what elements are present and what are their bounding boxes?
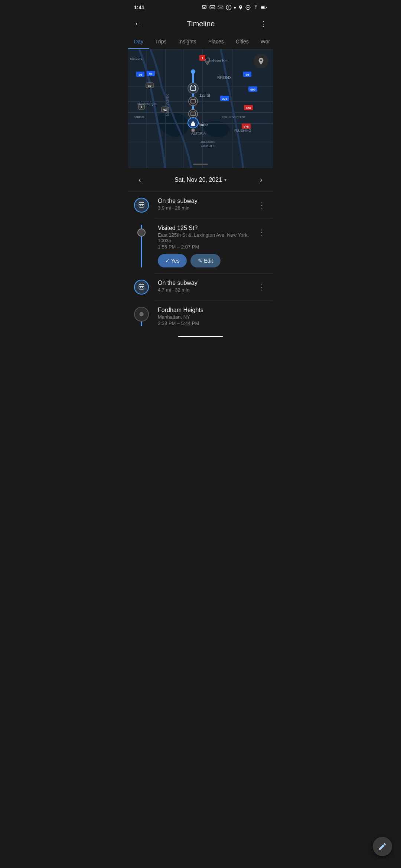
subway-icon-1 (134, 198, 149, 213)
fordham-time: 2:38 PM – 5:44 PM (158, 320, 267, 326)
svg-text:9: 9 (141, 106, 143, 109)
svg-text:HEIGHTS: HEIGHTS (201, 145, 215, 148)
svg-text:278: 278 (222, 97, 227, 101)
svg-rect-8 (266, 7, 267, 8)
svg-text:1: 1 (201, 56, 203, 60)
timeline-item-visited: Visited 125 St? East 125th St &, Lexingt… (128, 219, 273, 273)
timeline-left-1 (128, 198, 155, 213)
map[interactable]: 95 93 63 9 9A 95 278 695 678 678 1 NEW Y… (128, 49, 273, 168)
action-buttons: ✓ Yes ✎ Edit (158, 254, 257, 267)
svg-text:95: 95 (246, 73, 249, 76)
svg-text:BRONX: BRONX (217, 75, 232, 80)
tab-insights[interactable]: Insights (173, 34, 202, 49)
svg-text:678: 678 (246, 106, 251, 110)
battery-icon (261, 5, 267, 10)
status-time: 1:41 (134, 4, 144, 10)
tab-day[interactable]: Day (128, 34, 149, 49)
date-navigation: ‹ Sat, Nov 20, 2021 ▾ › (128, 168, 273, 192)
dot-icon (134, 307, 149, 322)
subway-1-title: On the subway (158, 198, 257, 204)
svg-point-65 (189, 109, 198, 118)
gmail-icon (218, 4, 224, 10)
svg-point-57 (188, 83, 198, 93)
timeline-content-subway-2: On the subway 4.7 mi · 32 min (155, 280, 257, 295)
svg-text:678: 678 (244, 125, 249, 128)
more-options-subway-2[interactable]: ⋮ (257, 283, 267, 292)
svg-text:695: 695 (250, 88, 255, 91)
timeline-more-1: ⋮ (257, 198, 267, 213)
svg-text:93: 93 (149, 72, 153, 76)
timeline-left-2 (128, 225, 155, 267)
fordham-location: Manhattan, NY (158, 314, 267, 320)
location-icon (238, 5, 243, 10)
timeline-item-subway-2: On the subway 4.7 mi · 32 min ⋮ (128, 274, 273, 300)
more-options-visited[interactable]: ⋮ (257, 228, 267, 237)
yes-button[interactable]: ✓ Yes (158, 254, 187, 267)
fordham-title: Fordham Heights (158, 307, 267, 313)
more-options-subway-1[interactable]: ⋮ (257, 201, 267, 210)
tab-cities[interactable]: Cities (230, 34, 255, 49)
wifi-icon (253, 5, 259, 10)
svg-rect-78 (139, 285, 144, 289)
svg-text:63: 63 (148, 84, 151, 88)
svg-rect-1 (210, 6, 215, 9)
page-title: Timeline (145, 20, 257, 28)
svg-text:JACKSON: JACKSON (200, 140, 215, 144)
svg-text:FLUSHING: FLUSHING (234, 129, 251, 132)
svg-text:eterboro: eterboro (130, 57, 143, 60)
stop-icon (137, 228, 146, 237)
dot-indicator (234, 7, 236, 9)
date-display: Sat, Nov 20, 2021 (175, 177, 222, 183)
svg-text:NEW YORK: NEW YORK (165, 94, 170, 116)
visited-title: Visited 125 St? (158, 225, 257, 231)
status-icons: f (201, 4, 267, 10)
timeline-more-2: ⋮ (257, 225, 267, 267)
map-drag-handle[interactable] (193, 164, 208, 165)
home-indicator (178, 336, 223, 337)
visited-time: 1:55 PM – 2:07 PM (158, 244, 257, 250)
svg-text:COLLEGE POINT: COLLEGE POINT (222, 115, 246, 119)
do-not-disturb-icon (245, 5, 251, 10)
svg-rect-72 (139, 203, 144, 207)
tab-places[interactable]: Places (202, 34, 230, 49)
visited-address: East 125th St &, Lexington Ave, New York… (158, 232, 257, 243)
timeline: On the subway 3.9 mi · 28 min ⋮ Visited … (128, 192, 273, 332)
back-button[interactable]: ← (134, 17, 145, 30)
tabs-bar: Day Trips Insights Places Cities Wor (128, 34, 273, 49)
message-icon (209, 4, 215, 10)
timeline-content-subway-1: On the subway 3.9 mi · 28 min (155, 198, 257, 213)
prev-date-button[interactable]: ‹ (136, 174, 144, 185)
timeline-item-fordham: Fordham Heights Manhattan, NY 2:38 PM – … (128, 301, 273, 332)
status-bar: 1:41 f (128, 0, 273, 13)
svg-point-74 (142, 205, 143, 206)
tab-trips[interactable]: Trips (149, 34, 173, 49)
svg-point-21 (191, 69, 195, 74)
timeline-content-fordham: Fordham Heights Manhattan, NY 2:38 PM – … (155, 307, 267, 326)
svg-point-73 (140, 205, 141, 206)
timeline-left-4 (128, 307, 155, 326)
top-bar: ← Timeline ⋮ (128, 13, 273, 34)
date-dropdown-icon: ▾ (224, 177, 226, 183)
subway-2-title: On the subway (158, 280, 257, 286)
date-selector[interactable]: Sat, Nov 20, 2021 ▾ (175, 177, 226, 183)
svg-text:125 St: 125 St (199, 93, 210, 98)
edit-button[interactable]: ✎ Edit (190, 254, 220, 267)
facebook-icon: f (226, 4, 232, 10)
tab-world[interactable]: Wor (255, 34, 273, 49)
subway-1-subtitle: 3.9 mi · 28 min (158, 205, 257, 211)
svg-text:North Bergen: North Bergen (137, 102, 157, 106)
timeline-more-3: ⋮ (257, 280, 267, 295)
svg-point-80 (142, 287, 143, 288)
timeline-content-visited: Visited 125 St? East 125th St &, Lexingt… (155, 225, 257, 267)
location-fab[interactable] (254, 54, 268, 69)
svg-point-70 (191, 128, 195, 132)
timeline-item-subway-1: On the subway 3.9 mi · 28 min ⋮ (128, 192, 273, 218)
svg-point-84 (140, 312, 143, 316)
notification-icon (201, 4, 207, 10)
svg-point-79 (140, 287, 141, 288)
nav-bar (128, 332, 273, 342)
subway-2-subtitle: 4.7 mi · 32 min (158, 287, 257, 293)
more-options-button[interactable]: ⋮ (257, 18, 267, 30)
next-date-button[interactable]: › (257, 174, 265, 185)
map-svg: 95 93 63 9 9A 95 278 695 678 678 1 NEW Y… (128, 49, 273, 168)
